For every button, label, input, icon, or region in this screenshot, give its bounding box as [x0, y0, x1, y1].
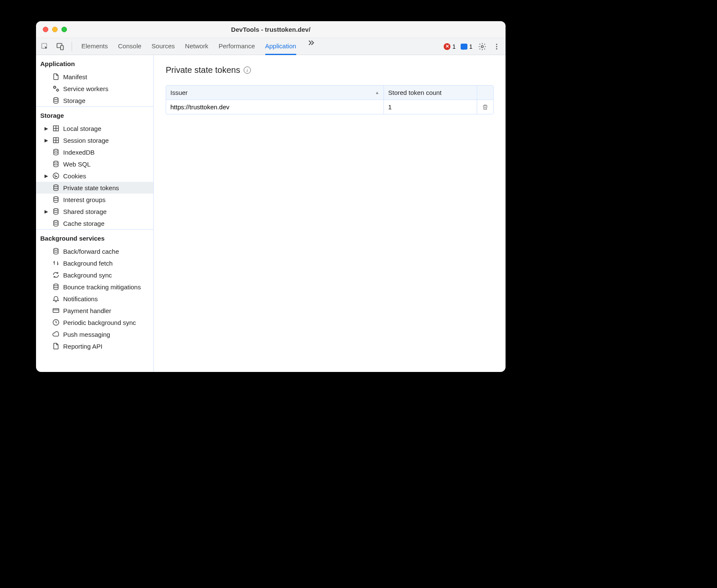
titlebar: DevTools - trusttoken.dev/: [36, 21, 506, 38]
tab-console[interactable]: Console: [118, 38, 142, 55]
cell-issuer-value: https://trusttoken.dev: [170, 103, 229, 111]
sidebar-item-shared-storage[interactable]: ▶Shared storage: [36, 205, 153, 217]
tab-network[interactable]: Network: [185, 38, 208, 55]
devtools-window: DevTools - trusttoken.dev/ Elements Cons…: [36, 21, 506, 372]
sidebar-item-label: Back/forward cache: [63, 248, 119, 255]
tab-performance[interactable]: Performance: [219, 38, 255, 55]
sidebar-item-local-storage[interactable]: ▶Local storage: [36, 122, 153, 134]
more-tabs-icon[interactable]: [306, 38, 316, 47]
sidebar-item-label: Bounce tracking mitigations: [63, 283, 141, 291]
zoom-window-button[interactable]: [61, 27, 67, 32]
tab-elements[interactable]: Elements: [81, 38, 108, 55]
sidebar-item-web-sql[interactable]: Web SQL: [36, 158, 153, 170]
cell-count-value: 1: [388, 103, 392, 111]
inspect-icon[interactable]: [40, 42, 50, 51]
sidebar-item-label: Local storage: [63, 125, 101, 132]
svg-point-23: [54, 284, 58, 286]
section-storage: Storage: [36, 107, 153, 122]
sort-asc-icon: ▲: [375, 90, 379, 95]
panel-title-row: Private state tokens i: [166, 65, 494, 75]
error-count-value: 1: [452, 43, 456, 50]
grid-icon: [52, 136, 60, 144]
sidebar-item-label: Notifications: [63, 295, 98, 302]
sidebar-item-reporting-api[interactable]: Reporting API: [36, 340, 153, 352]
table-row[interactable]: https://trusttoken.dev1: [166, 100, 493, 114]
sidebar-item-background-fetch[interactable]: Background fetch: [36, 257, 153, 269]
sidebar-item-cookies[interactable]: ▶Cookies: [36, 170, 153, 182]
tabs: Elements Console Sources Network Perform…: [81, 38, 316, 55]
close-window-button[interactable]: [43, 27, 48, 32]
clock-icon: [52, 319, 60, 326]
svg-point-16: [56, 176, 57, 177]
svg-point-8: [57, 89, 59, 92]
sidebar-item-private-state-tokens[interactable]: Private state tokens: [36, 182, 153, 194]
settings-icon[interactable]: [478, 42, 487, 51]
sidebar-item-label: Cache storage: [63, 220, 105, 227]
bell-icon: [52, 295, 60, 302]
tab-application[interactable]: Application: [265, 38, 296, 55]
minimize-window-button[interactable]: [52, 27, 58, 32]
cell-delete: [477, 100, 493, 114]
error-icon: ✕: [444, 43, 450, 50]
svg-point-12: [54, 149, 58, 151]
sidebar-item-label: Web SQL: [63, 161, 91, 168]
sidebar-item-manifest[interactable]: Manifest: [36, 71, 153, 83]
svg-point-13: [54, 161, 58, 163]
sidebar-item-interest-groups[interactable]: Interest groups: [36, 194, 153, 205]
message-icon: [461, 44, 467, 50]
header-count[interactable]: Stored token count: [384, 86, 477, 100]
traffic-lights: [43, 27, 67, 32]
svg-point-22: [54, 248, 58, 250]
cloud-icon: [52, 330, 60, 338]
message-count[interactable]: 1: [461, 43, 472, 50]
sidebar-item-service-workers[interactable]: Service workers: [36, 83, 153, 94]
tab-sources[interactable]: Sources: [152, 38, 175, 55]
table-head: Issuer ▲ Stored token count: [166, 86, 493, 100]
card-icon: [52, 307, 60, 314]
trash-icon[interactable]: [482, 104, 489, 111]
header-actions: [477, 86, 493, 100]
kebab-menu-icon[interactable]: [492, 42, 501, 51]
sidebar-item-background-sync[interactable]: Background sync: [36, 269, 153, 281]
sidebar-item-storage[interactable]: Storage: [36, 94, 153, 106]
message-count-value: 1: [469, 43, 472, 50]
sidebar-item-push-messaging[interactable]: Push messaging: [36, 328, 153, 340]
header-issuer[interactable]: Issuer ▲: [166, 86, 384, 100]
info-icon[interactable]: i: [244, 67, 251, 74]
header-count-label: Stored token count: [388, 89, 442, 96]
svg-point-17: [55, 177, 56, 178]
file-icon: [52, 342, 60, 350]
error-count[interactable]: ✕ 1: [444, 43, 456, 50]
db-icon: [52, 148, 60, 156]
db-icon: [52, 184, 60, 191]
sidebar-item-session-storage[interactable]: ▶Session storage: [36, 134, 153, 146]
svg-point-21: [54, 220, 58, 222]
expand-arrow-icon: ▶: [44, 173, 49, 179]
sidebar-item-label: Shared storage: [63, 208, 107, 215]
sidebar-item-bounce-tracking-mitigations[interactable]: Bounce tracking mitigations: [36, 281, 153, 293]
sidebar-item-label: Payment handler: [63, 307, 111, 314]
sidebar-item-periodic-background-sync[interactable]: Periodic background sync: [36, 316, 153, 328]
gears-icon: [52, 85, 60, 92]
tokens-table: Issuer ▲ Stored token count https://trus…: [166, 85, 494, 114]
sync-icon: [52, 271, 60, 279]
svg-point-19: [54, 197, 58, 199]
svg-point-20: [54, 208, 58, 211]
sidebar-item-cache-storage[interactable]: Cache storage: [36, 217, 153, 229]
sidebar-item-payment-handler[interactable]: Payment handler: [36, 305, 153, 316]
section-application: Application: [36, 55, 153, 71]
sidebar-item-back-forward-cache[interactable]: Back/forward cache: [36, 245, 153, 257]
db-icon: [52, 219, 60, 227]
header-issuer-label: Issuer: [170, 89, 188, 96]
sidebar-item-label: Interest groups: [63, 196, 106, 203]
file-icon: [52, 73, 60, 80]
sidebar-item-label: Storage: [63, 97, 86, 104]
main-panel: Private state tokens i Issuer ▲ Stored t…: [154, 55, 506, 372]
svg-point-14: [53, 173, 59, 179]
sidebar-item-indexeddb[interactable]: IndexedDB: [36, 146, 153, 158]
cell-issuer: https://trusttoken.dev: [166, 100, 384, 114]
device-toggle-icon[interactable]: [56, 42, 65, 51]
svg-point-15: [55, 175, 56, 176]
sidebar-item-notifications[interactable]: Notifications: [36, 293, 153, 305]
svg-point-5: [496, 46, 497, 47]
